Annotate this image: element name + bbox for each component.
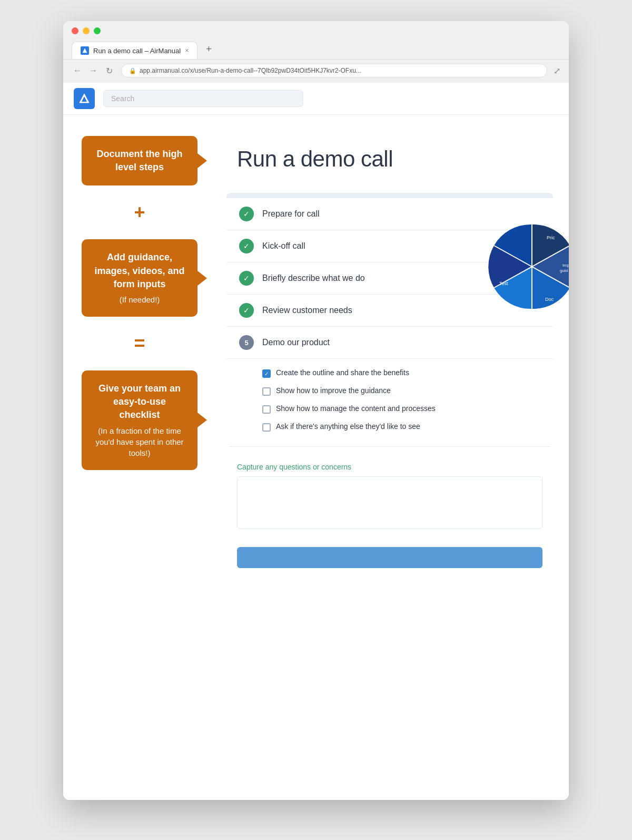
operator-equals: =: [134, 333, 145, 355]
form-label: Capture any questions or concerns: [237, 463, 542, 471]
sub-checkbox-3[interactable]: [262, 405, 271, 414]
sub-checkbox-1[interactable]: ✓: [262, 369, 271, 378]
fullscreen-button[interactable]: [94, 27, 101, 34]
tab-favicon: [81, 46, 89, 55]
bottom-action-bar[interactable]: [237, 547, 542, 568]
app-header: Search: [63, 83, 569, 115]
traffic-lights: [72, 27, 560, 34]
sub-item-2[interactable]: Show how to improve the guidance: [262, 382, 540, 400]
address-bar-row: ← → ↻ 🔒 app.airmanual.co/x/use/Run-a-dem…: [63, 60, 569, 83]
back-button[interactable]: ←: [72, 66, 83, 75]
checklist-header-bar: [226, 193, 553, 198]
callout-guidance: Add guidance, images, videos, and form i…: [82, 239, 197, 317]
main-layout: Document the high level steps + Add guid…: [63, 115, 569, 800]
callout-steps: Document the high level steps: [82, 136, 197, 185]
callout-guidance-text: Add guidance, images, videos, and form i…: [94, 252, 184, 289]
callout-result: Give your team an easy-to-use checklist …: [82, 370, 197, 470]
browser-window: Run a demo call – AirManual × + ← → ↻ 🔒 …: [63, 21, 569, 800]
svg-text:Imp: Imp: [562, 263, 569, 268]
minimize-button[interactable]: [83, 27, 90, 34]
check-icon-3: ✓: [239, 271, 254, 286]
form-textarea[interactable]: [237, 476, 542, 529]
sub-item-3[interactable]: Show how to manage the content and proce…: [262, 400, 540, 418]
check-icon-1: ✓: [239, 207, 254, 221]
active-tab[interactable]: Run a demo call – AirManual ×: [72, 42, 197, 59]
checklist-label-4: Review customer needs: [262, 306, 352, 315]
callout-guidance-subtext: (If needed!): [94, 294, 185, 305]
app-logo: [74, 88, 95, 109]
form-section: Capture any questions or concerns: [211, 447, 569, 542]
sub-item-label-2: Show how to improve the guidance: [276, 386, 391, 395]
reload-button[interactable]: ↻: [103, 66, 115, 76]
tab-bar: Run a demo call – AirManual × +: [72, 40, 560, 59]
pie-chart-area: Pric Imp guid Doc Test: [485, 219, 569, 316]
address-bar[interactable]: 🔒 app.airmanual.co/x/use/Run-a-demo-call…: [121, 64, 547, 77]
sub-checkbox-2[interactable]: [262, 387, 271, 396]
content-area: Run a demo call ✓ Prepare for call ✓ Kic…: [211, 115, 569, 800]
checklist-label-5: Demo our product: [262, 338, 330, 347]
pie-chart-svg: Pric Imp guid Doc Test: [485, 219, 569, 314]
sub-item-label-3: Show how to manage the content and proce…: [276, 404, 436, 413]
left-sidebar: Document the high level steps + Add guid…: [63, 115, 211, 800]
callout-result-subtext: (In a fraction of the time you'd have sp…: [94, 425, 185, 458]
svg-text:Pric: Pric: [547, 235, 555, 240]
browser-chrome: Run a demo call – AirManual × +: [63, 21, 569, 60]
page-title: Run a demo call: [237, 146, 542, 172]
lock-icon: 🔒: [129, 67, 136, 74]
svg-text:guid: guid: [560, 268, 568, 273]
checklist-label-1: Prepare for call: [262, 209, 320, 219]
forward-button[interactable]: →: [87, 66, 99, 75]
tab-close-button[interactable]: ×: [185, 47, 189, 54]
sub-checkbox-4[interactable]: [262, 423, 271, 432]
sub-item-label-1: Create the outline and share the benefit…: [276, 368, 409, 377]
sub-item-label-4: Ask if there's anything else they'd like…: [276, 422, 420, 431]
nav-buttons: ← → ↻: [72, 66, 115, 76]
checklist-item-5[interactable]: 5 Demo our product: [226, 327, 553, 359]
tab-title: Run a demo call – AirManual: [93, 47, 181, 55]
checklist-label-3: Briefly describe what we do: [262, 274, 365, 283]
callout-steps-text: Document the high level steps: [97, 149, 183, 172]
page-title-section: Run a demo call: [211, 115, 569, 193]
svg-text:Doc: Doc: [545, 297, 554, 302]
sub-item-4[interactable]: Ask if there's anything else they'd like…: [262, 418, 540, 436]
check-icon-2: ✓: [239, 239, 254, 253]
checklist-with-chart: ✓ Prepare for call ✓ Kick-off call ✓ Bri…: [211, 193, 569, 447]
close-button[interactable]: [72, 27, 78, 34]
new-tab-button[interactable]: +: [200, 40, 218, 59]
share-icon[interactable]: ⤢: [554, 66, 560, 76]
url-text: app.airmanual.co/x/use/Run-a-demo-call--…: [140, 67, 361, 74]
checklist-label-2: Kick-off call: [262, 241, 305, 251]
svg-text:Test: Test: [499, 281, 508, 286]
sub-items-section: ✓ Create the outline and share the benef…: [226, 359, 553, 447]
sub-item-1[interactable]: ✓ Create the outline and share the benef…: [262, 364, 540, 382]
search-input[interactable]: Search: [103, 90, 303, 107]
step-number-5: 5: [239, 335, 254, 350]
callout-result-text: Give your team an easy-to-use checklist: [98, 383, 181, 420]
operator-plus: +: [134, 201, 145, 223]
check-icon-4: ✓: [239, 303, 254, 318]
